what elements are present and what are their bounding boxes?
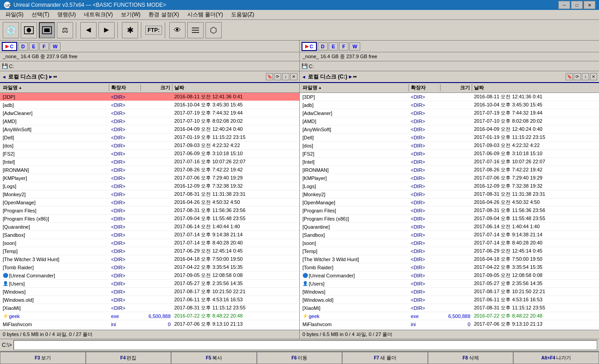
file-row[interactable]: [dos]<DIR>2017-09-03 오전 4:22:32 4:22: [300, 142, 599, 150]
file-row[interactable]: 🔵[Unreal Commander]<DIR>2017-09-05 오전 12…: [300, 272, 599, 280]
menu-item-z[interactable]: 도움말(Z): [228, 10, 258, 19]
left-drive-c[interactable]: ▶C: [2, 42, 17, 51]
menu-item-t[interactable]: 선택(T): [28, 10, 53, 19]
menu-item-x[interactable]: 환경 설정(X): [145, 10, 182, 19]
right-drive-c[interactable]: ▶C: [302, 42, 317, 51]
minimize-button[interactable]: ─: [558, 1, 570, 9]
right-bookmark-icon[interactable]: 🔖: [566, 73, 573, 80]
menu-item-y[interactable]: 시스템 폴더(Y): [184, 10, 227, 19]
panel-toolbar-btn[interactable]: [21, 22, 37, 38]
file-row[interactable]: [Program Files]<DIR>2017-08-31 오후 11:56:…: [0, 207, 299, 215]
file-row[interactable]: [dos]<DIR>2017-09-03 오전 4:22:32 4:22: [0, 142, 299, 150]
right-refresh-icon[interactable]: ⟳: [574, 73, 581, 80]
close-button[interactable]: ✕: [584, 1, 595, 9]
file-row[interactable]: [AdwCleaner]<DIR>2017-07-19 오후 7:44:32 1…: [0, 109, 299, 117]
left-drive-f[interactable]: F: [39, 42, 49, 51]
file-row[interactable]: [Temp]<DIR>2017-06-29 오전 12:45:14 0:45: [0, 247, 299, 255]
left-arrow-toolbar-btn[interactable]: ◄: [80, 22, 97, 38]
left-drive-w[interactable]: W: [50, 42, 60, 51]
left-drive-e[interactable]: E: [29, 42, 38, 51]
right-sort-icon[interactable]: ↕: [582, 73, 589, 80]
right-close-icon[interactable]: ✕: [590, 73, 597, 80]
ftp-label[interactable]: FTP:: [145, 26, 162, 35]
right-arrow-toolbar-btn[interactable]: ►: [98, 22, 115, 38]
fkey-f4-button[interactable]: F4 편집: [86, 352, 172, 364]
file-row[interactable]: MiFlashvcomini02017-07-06 오후 9:13:10 21:…: [0, 320, 299, 328]
file-row[interactable]: [AMD]<DIR>2017-07-10 오후 8:02:08 20:02: [0, 117, 299, 125]
right-drive-e[interactable]: E: [329, 42, 338, 51]
file-row[interactable]: [AdwCleaner]<DIR>2017-07-19 오후 7:44:32 1…: [300, 109, 599, 117]
right-file-list[interactable]: [3DP]<DIR>2016-08-11 오전 12:41:36 0:41[ad…: [300, 93, 599, 330]
eye-toolbar-btn[interactable]: 👁: [169, 22, 186, 38]
file-row[interactable]: [AnyWinSoft]<DIR>2016-04-09 오전 12:40:24 …: [0, 125, 299, 134]
file-row[interactable]: [The Witcher 3 Wild Hunt]<DIR>2016-04-18…: [0, 255, 299, 263]
file-row[interactable]: [soon]<DIR>2017-07-14 오후 8:40:28 20:40: [300, 239, 599, 247]
file-row[interactable]: [AMD]<DIR>2017-07-10 오후 8:02:08 20:02: [300, 117, 599, 125]
menu-item-s[interactable]: 파일(S): [2, 10, 27, 19]
fkey-f8-button[interactable]: F8 삭제: [428, 352, 514, 364]
file-row[interactable]: [Quarantine]<DIR>2017-06-14 오전 1:40:44 1…: [300, 223, 599, 231]
file-row[interactable]: [Dell]<DIR>2017-01-19 오후 11:15:22 23:15: [0, 134, 299, 142]
file-row[interactable]: [Temp]<DIR>2017-06-29 오전 12:45:14 0:45: [300, 247, 599, 255]
file-row[interactable]: [The Witcher 3 Wild Hunt]<DIR>2016-04-18…: [300, 255, 599, 263]
file-row[interactable]: [IRONMAN]<DIR>2017-08-26 오후 7:42:22 19:4…: [0, 166, 299, 174]
file-row[interactable]: [Intel]<DIR>2017-07-16 오후 10:07:26 22:07: [0, 158, 299, 166]
file-row[interactable]: [XiaoMi]<DIR>2017-08-31 오후 11:15:12 23:5…: [300, 304, 599, 312]
file-row[interactable]: [KMPlayer]<DIR>2017-07-06 오후 7:29:40 19:…: [0, 174, 299, 182]
fkey-f3-button[interactable]: F3 보기: [0, 352, 86, 364]
list-toolbar-btn[interactable]: [187, 22, 204, 38]
file-row[interactable]: [Windows.old]<DIR>2017-06-11 오후 4:53:16 …: [300, 296, 599, 304]
file-row[interactable]: [3DP]<DIR>2016-08-11 오전 12:41:36 0:41: [300, 93, 599, 101]
file-row[interactable]: [OpenManage]<DIR>2016-04-26 오전 4:50:32 4…: [0, 198, 299, 207]
left-bookmark-icon[interactable]: 🔖: [266, 73, 273, 80]
right-drive-w[interactable]: W: [349, 42, 360, 51]
file-row[interactable]: 👤[Users]<DIR>2017-05-27 오후 2:35:56 14:35: [300, 280, 599, 288]
file-row[interactable]: [adb]<DIR>2016-10-04 오후 3:45:30 15:45: [300, 101, 599, 109]
plugin-toolbar-btn[interactable]: ⬡: [205, 22, 222, 38]
file-row[interactable]: [KMPlayer]<DIR>2017-07-06 오후 7:29:40 19:…: [300, 174, 599, 182]
maximize-button[interactable]: □: [571, 1, 583, 9]
file-row[interactable]: [Monkey2]<DIR>2017-08-31 오전 11:31:38 23:…: [300, 190, 599, 198]
file-row[interactable]: [Tomb Raider]<DIR>2017-04-22 오후 3:35:54 …: [0, 263, 299, 272]
file-row[interactable]: [FS2]<DIR>2017-06-09 오후 3:10:18 15:10: [300, 150, 599, 158]
fkey-f5-button[interactable]: F5 복사: [171, 352, 257, 364]
file-row[interactable]: [XiaoMi]<DIR>2017-08-31 오후 11:15:12 23:5…: [0, 304, 299, 312]
left-col-ext[interactable]: 확장자: [109, 84, 141, 91]
file-row[interactable]: [Logs]<DIR>2016-12-09 오후 7:32:38 19:32: [0, 182, 299, 190]
file-row[interactable]: [IRONMAN]<DIR>2017-08-26 오후 7:42:22 19:4…: [300, 166, 599, 174]
file-row[interactable]: ⚡geekexe6,500,8882016-07-22 오후 8:48:22 2…: [0, 312, 299, 320]
file-row[interactable]: [Monkey2]<DIR>2017-08-31 오전 11:31:38 23:…: [0, 190, 299, 198]
file-row[interactable]: [adb]<DIR>2016-10-04 오후 3:45:30 15:45: [0, 101, 299, 109]
left-drive-d[interactable]: D: [18, 42, 28, 51]
left-sort-icon[interactable]: ↕: [282, 73, 289, 80]
file-row[interactable]: [Windows]<DIR>2017-08-17 오후 10:21:50 22:…: [0, 288, 299, 296]
compare-toolbar-btn[interactable]: ⚖: [57, 22, 73, 38]
left-col-date[interactable]: 날짜: [172, 84, 298, 91]
left-close-icon[interactable]: ✕: [290, 73, 297, 80]
panel-active-toolbar-btn[interactable]: [39, 22, 55, 38]
file-row[interactable]: 👤[Users]<DIR>2017-05-27 오후 2:35:56 14:35: [0, 280, 299, 288]
right-col-ext[interactable]: 확장자: [409, 84, 441, 91]
file-row[interactable]: 🔵[Unreal Commander]<DIR>2017-09-05 오전 12…: [0, 272, 299, 280]
left-col-name[interactable]: 파일명 ▲: [1, 84, 109, 91]
file-row[interactable]: [Quarantine]<DIR>2017-06-14 오전 1:40:44 1…: [0, 223, 299, 231]
file-row[interactable]: [Program Files]<DIR>2017-08-31 오후 11:56:…: [300, 207, 599, 215]
file-row[interactable]: [Tomb Raider]<DIR>2017-04-22 오후 3:35:54 …: [300, 263, 599, 272]
file-row[interactable]: [Windows]<DIR>2017-08-17 오후 10:21:50 22:…: [300, 288, 599, 296]
menu-item-u[interactable]: 명령(U): [54, 10, 79, 19]
right-col-size[interactable]: 크기: [441, 84, 472, 91]
file-row[interactable]: [Sandbox]<DIR>2017-07-14 오후 9:14:38 21:1…: [0, 231, 299, 239]
file-row[interactable]: [Program Files (x86)]<DIR>2017-09-04 오후 …: [0, 215, 299, 223]
fkey-f7-button[interactable]: F7 새 폴더: [342, 352, 428, 364]
file-row[interactable]: [Dell]<DIR>2017-01-19 오후 11:15:22 23:15: [300, 134, 599, 142]
file-row[interactable]: [Windows.old]<DIR>2017-06-11 오후 4:53:16 …: [0, 296, 299, 304]
disk-toolbar-btn[interactable]: 💿: [3, 22, 19, 38]
file-row[interactable]: [FS2]<DIR>2017-06-09 오후 3:10:18 15:10: [0, 150, 299, 158]
file-row[interactable]: [soon]<DIR>2017-07-14 오후 8:40:28 20:40: [0, 239, 299, 247]
file-row[interactable]: ⚡geekexe6,500,8882016-07-22 오후 8:48:22 2…: [300, 312, 599, 320]
file-row[interactable]: [AnyWinSoft]<DIR>2016-04-09 오전 12:40:24 …: [300, 125, 599, 134]
file-row[interactable]: [Sandbox]<DIR>2017-07-14 오후 9:14:38 21:1…: [300, 231, 599, 239]
file-row[interactable]: [Intel]<DIR>2017-07-16 오후 10:07:26 22:07: [300, 158, 599, 166]
left-file-list[interactable]: [3DP]<DIR>2016-08-11 오전 12:41:36 0:41[ad…: [0, 93, 299, 330]
left-col-size[interactable]: 크기: [141, 84, 172, 91]
